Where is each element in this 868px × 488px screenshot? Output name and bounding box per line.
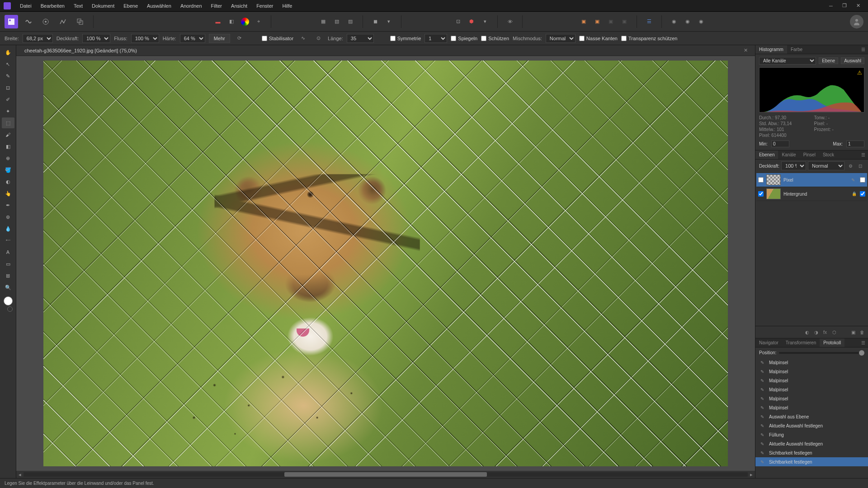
history-item[interactable]: ✎Malpinsel [755, 367, 868, 376]
horizontal-scrollbar[interactable]: ◂ ▸ [16, 471, 755, 478]
layer-visibility-checkbox[interactable] [758, 191, 764, 197]
user-avatar[interactable] [850, 15, 863, 28]
inpainting-tool-icon[interactable]: ⬳ [2, 235, 14, 246]
history-item[interactable]: ✎Malpinsel [755, 358, 868, 367]
fx-layer-icon[interactable]: fx [821, 328, 829, 336]
close-tab-icon[interactable]: ✕ [744, 47, 751, 53]
menu-ebene[interactable]: Ebene [119, 1, 142, 10]
dropdown-arrow-icon[interactable]: ▾ [383, 16, 395, 28]
breite-input[interactable]: 68,2 px [23, 34, 53, 43]
move-tool-icon[interactable]: ↖ [2, 59, 14, 70]
selection-subtract-icon[interactable]: ▧ [331, 16, 343, 28]
rope-mode-icon[interactable]: ∿ [297, 33, 309, 44]
panel-menu-icon[interactable]: ☰ [859, 150, 868, 159]
background-color[interactable] [7, 306, 13, 312]
color-picker-icon[interactable]: ⌖ [253, 16, 264, 28]
layer-row-hintergrund[interactable]: Hintergrund 🔒 [756, 187, 867, 201]
auswahl-button[interactable]: Auswahl [841, 57, 864, 64]
mesh-tool-icon[interactable]: ⊞ [2, 270, 14, 281]
develop-persona-icon[interactable] [39, 15, 52, 28]
history-item[interactable]: ✎Malpinsel [755, 376, 868, 385]
symmetrie-input[interactable]: 1 [425, 34, 447, 43]
delete-layer-icon[interactable]: 🗑 [858, 328, 866, 336]
menu-datei[interactable]: Datei [15, 1, 36, 10]
force-pressure-icon[interactable]: ⟳ [234, 33, 245, 44]
text-tool-icon[interactable]: A [2, 247, 14, 258]
window-mode-icon[interactable]: ⊙ [312, 33, 324, 44]
scroll-thumb[interactable] [284, 472, 487, 477]
tab-ebenen[interactable]: Ebenen [755, 150, 778, 159]
adjustment-layer-icon[interactable]: ◑ [812, 328, 820, 336]
laenge-input[interactable]: 35 [347, 34, 374, 43]
zoom-tool-icon[interactable]: 🔍 [2, 282, 14, 293]
smudge-tool-icon[interactable]: 👆 [2, 188, 14, 199]
arrange-back-icon[interactable]: ▣ [578, 16, 590, 28]
layer-link-checkbox[interactable] [860, 191, 865, 197]
crop-tool-icon[interactable]: ⊡ [2, 82, 14, 93]
close-button[interactable]: ✕ [852, 1, 864, 10]
selection-new-icon[interactable]: ▦ [317, 16, 329, 28]
scroll-left-icon[interactable]: ◂ [16, 471, 24, 478]
maximize-button[interactable]: ❐ [838, 1, 851, 10]
color-picker-tool-icon[interactable]: ✎ [2, 70, 14, 81]
color-format-gray-icon[interactable]: ◧ [226, 16, 237, 28]
fluss-input[interactable]: 100 % [131, 34, 159, 43]
document-tab[interactable]: cheetah-g3635066ee_1920.jpg [Geändert] (… [20, 47, 142, 55]
menu-hilfe[interactable]: Hilfe [278, 1, 297, 10]
stock-icon[interactable]: ◉ [668, 16, 680, 28]
selection-brush-tool-icon[interactable]: ✐ [2, 94, 14, 105]
layer-link-checkbox[interactable] [860, 177, 865, 183]
menu-dokument[interactable]: Dokument [87, 1, 119, 10]
menu-fenster[interactable]: Fenster [252, 1, 278, 10]
quick-mask-icon[interactable]: ◼ [369, 16, 381, 28]
photo-persona-icon[interactable] [5, 15, 18, 28]
dodge-tool-icon[interactable]: ◐ [2, 176, 14, 187]
menu-ansicht[interactable]: Ansicht [226, 1, 252, 10]
minimize-button[interactable]: ─ [825, 1, 837, 10]
mask-layer-icon[interactable]: ◐ [803, 328, 811, 336]
edit-icon[interactable]: ✎ [849, 176, 857, 184]
view-tool-icon[interactable]: ✋ [2, 47, 14, 58]
add-layer-icon[interactable]: ▣ [849, 328, 857, 336]
symmetrie-checkbox[interactable]: Symmetrie [390, 36, 421, 41]
erase-brush-tool-icon[interactable]: ◧ [2, 141, 14, 152]
nasse-kanten-checkbox[interactable]: Nasse Kanten [579, 36, 618, 41]
mehr-button[interactable]: Mehr [209, 34, 230, 43]
ebene-button[interactable]: Ebene [819, 57, 838, 64]
liquify-persona-icon[interactable] [22, 15, 35, 28]
tab-protokoll[interactable]: Protokoll [820, 338, 844, 347]
sync-icon[interactable]: ◉ [695, 16, 707, 28]
tab-navigator[interactable]: Navigator [755, 338, 782, 347]
assistant-icon[interactable]: 👁 [504, 16, 516, 28]
color-format-red-icon[interactable]: ▬ [212, 16, 224, 28]
foreground-color[interactable] [4, 296, 13, 305]
shape-tool-icon[interactable]: ▭ [2, 258, 14, 269]
snap-dropdown-icon[interactable]: ▾ [479, 16, 491, 28]
spiegeln-checkbox[interactable]: Spiegeln [451, 36, 477, 41]
pen-tool-icon[interactable]: ✒ [2, 200, 14, 211]
mischmodus-select[interactable]: Normal [546, 34, 576, 43]
menu-bearbeiten[interactable]: Bearbeiten [36, 1, 69, 10]
history-item[interactable]: ✎Sichtbarkeit festlegen [755, 448, 868, 457]
flood-select-tool-icon[interactable]: ✦ [2, 106, 14, 117]
panel-menu-icon[interactable]: ☰ [859, 45, 868, 54]
transparenz-checkbox[interactable]: Transparenz schützen [621, 36, 677, 41]
tab-kanaele[interactable]: Kanäle [778, 150, 799, 159]
snap-magnet-icon[interactable]: ⬢ [466, 16, 477, 28]
history-item[interactable]: ✎Auswahl aus Ebene [755, 412, 868, 421]
fill-tool-icon[interactable]: 🪣 [2, 164, 14, 175]
color-swatches[interactable] [2, 296, 14, 309]
selection-intersect-icon[interactable]: ▨ [344, 16, 356, 28]
marquee-tool-icon[interactable]: ⬚ [2, 117, 14, 128]
tone-mapping-persona-icon[interactable] [56, 15, 70, 28]
schuetzen-checkbox[interactable]: Schützen [481, 36, 509, 41]
color-format-rainbow-icon[interactable] [239, 16, 251, 28]
history-item[interactable]: ✎Malpinsel [755, 403, 868, 412]
menu-anordnen[interactable]: Anordnen [176, 1, 207, 10]
layer-opacity-input[interactable]: 100 % [781, 161, 806, 170]
live-filter-icon[interactable]: ⬡ [830, 328, 838, 336]
history-item[interactable]: ✎Malpinsel [755, 394, 868, 403]
history-item[interactable]: ✎Aktuelle Auswahl festlegen [755, 439, 868, 448]
blur-tool-icon[interactable]: 💧 [2, 223, 14, 234]
panel-menu-icon[interactable]: ☰ [859, 338, 868, 347]
